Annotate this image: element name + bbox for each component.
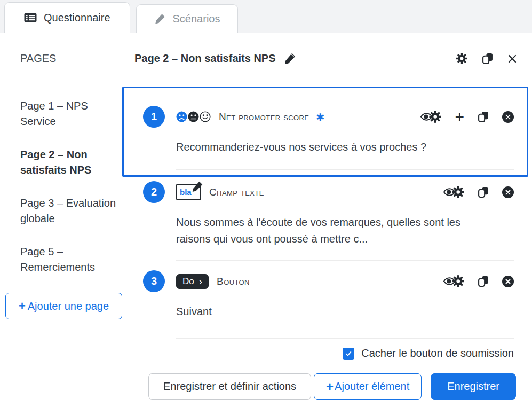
visibility-settings-icon[interactable]: [443, 274, 464, 288]
page-elements-list: 1 Net promoter score ✱ +: [124, 84, 532, 360]
page-title: Page 2 – Non satisfaits NPS: [134, 52, 276, 65]
add-page-button[interactable]: +Ajouter une page: [5, 293, 122, 319]
sidebar-item-page-1[interactable]: Page 1 – NPS Service: [20, 98, 117, 129]
remove-element-icon[interactable]: [502, 276, 514, 287]
tab-bar: Questionnaire Scénarios: [0, 0, 532, 33]
element-row-button[interactable]: 3 Do › Bouton: [124, 270, 514, 339]
page-settings-gear-icon[interactable]: [456, 53, 467, 64]
element-question-text: Suivant: [176, 303, 480, 320]
pages-section-title: PAGES: [20, 52, 134, 65]
save-and-define-actions-button[interactable]: Enregistrer et définir actions: [148, 373, 311, 400]
duplicate-element-icon[interactable]: [478, 186, 489, 198]
sidebar-item-page-3[interactable]: Page 3 – Evaluation globale: [20, 196, 117, 226]
hide-submit-checkbox[interactable]: [343, 348, 354, 360]
element-row-nps[interactable]: 1 Net promoter score ✱ +: [122, 87, 528, 177]
page-header-actions: [456, 53, 517, 64]
add-page-label: Ajouter une page: [28, 300, 109, 312]
duplicate-element-icon[interactable]: [478, 276, 489, 287]
chevron-right-icon: ›: [199, 276, 202, 286]
close-icon[interactable]: [507, 54, 517, 64]
add-element-label: Ajouter élément: [335, 380, 409, 393]
nps-faces-icon: [176, 111, 211, 122]
hide-submit-label: Cacher le bouton de soumission: [361, 347, 514, 360]
add-element-button[interactable]: +Ajouter élément: [314, 373, 422, 400]
required-asterisk-icon: ✱: [316, 111, 324, 123]
element-type-label: Champ texte: [209, 186, 264, 198]
questionnaire-list-icon: [24, 12, 37, 23]
element-number-badge: 3: [143, 270, 165, 292]
remove-element-icon[interactable]: [502, 186, 514, 198]
element-type-label: Bouton: [217, 276, 250, 287]
sidebar-item-page-2[interactable]: Page 2 – Non satisfaits NPS: [20, 147, 117, 178]
duplicate-page-icon[interactable]: [482, 53, 493, 64]
page-header: PAGES Page 2 – Non satisfaits NPS: [0, 33, 532, 84]
element-number-badge: 1: [143, 106, 165, 128]
save-button[interactable]: Enregistrer: [431, 373, 516, 400]
tab-scenarios[interactable]: Scénarios: [136, 4, 239, 33]
add-inline-element-icon[interactable]: +: [455, 109, 464, 125]
footer-actions: Enregistrer et définir actions +Ajouter …: [0, 360, 532, 400]
tab-questionnaire[interactable]: Questionnaire: [4, 2, 130, 33]
visibility-settings-icon[interactable]: [420, 110, 441, 124]
button-element-icon: Do ›: [176, 274, 209, 289]
hide-submit-row: Cacher le bouton de soumission: [124, 347, 514, 360]
visibility-settings-icon[interactable]: [443, 185, 464, 199]
tab-questionnaire-label: Questionnaire: [44, 12, 110, 24]
edit-page-title-icon[interactable]: [284, 52, 296, 65]
element-question-text: Nous sommes à l'écoute de vos remarques,…: [176, 214, 480, 247]
remove-element-icon[interactable]: [502, 111, 514, 123]
element-type-label: Net promoter score: [219, 111, 309, 123]
pencil-icon: [154, 13, 166, 25]
text-field-icon: bla: [176, 184, 201, 200]
sidebar-item-page-5[interactable]: Page 5 – Remerciements: [20, 244, 117, 275]
element-number-badge: 2: [143, 181, 165, 203]
plus-icon: +: [326, 379, 334, 394]
element-row-text-field[interactable]: 2 bla Champ texte: [124, 181, 514, 261]
element-question-text: Recommanderiez-vous nos services à vos p…: [176, 139, 480, 155]
pages-sidebar: Page 1 – NPS Service Page 2 – Non satisf…: [0, 84, 124, 360]
tab-scenarios-label: Scénarios: [173, 13, 220, 25]
plus-icon: +: [19, 299, 26, 313]
duplicate-element-icon[interactable]: [478, 111, 489, 122]
